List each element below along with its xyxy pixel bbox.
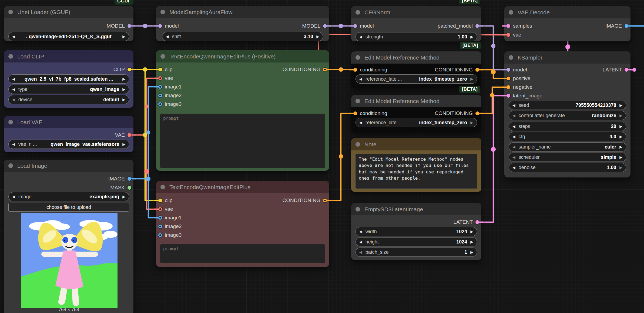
node-empty-sd3-latent-image[interactable]: EmptySD3LatentImage LATENT ◀width1024▶ ◀… — [351, 203, 481, 260]
input-port-image2[interactable] — [158, 94, 162, 97]
node-header[interactable]: Note — [351, 138, 481, 150]
widget-type[interactable]: ◀typeqwen_image▶ — [8, 85, 129, 94]
node-header[interactable]: Unet Loader (GGUF) — [4, 6, 133, 18]
node-header[interactable]: TextEncodeQwenImageEditPlus (Positive) — [156, 50, 329, 62]
stepper-left-icon[interactable]: ◀ — [166, 34, 169, 39]
collapse-dot-icon[interactable] — [160, 185, 165, 189]
output-port-mask[interactable] — [128, 186, 131, 190]
widget-unet-name[interactable]: ◀. qwen-image-edit-2511-Q4_K_S.gguf▶ — [8, 32, 129, 41]
node-header[interactable]: Edit Model Reference Method — [351, 51, 481, 64]
stepper-left-icon[interactable]: ◀ — [12, 97, 15, 102]
stepper-right-icon[interactable]: ▶ — [619, 134, 622, 139]
stepper-left-icon[interactable]: ◀ — [12, 87, 15, 91]
stepper-right-icon[interactable]: ▶ — [122, 142, 125, 146]
stepper-left-icon[interactable]: ◀ — [359, 250, 362, 254]
input-port-image3[interactable] — [158, 233, 162, 237]
choose-file-button[interactable]: choose file to upload — [8, 203, 129, 212]
stepper-right-icon[interactable]: ▶ — [619, 103, 622, 107]
output-port-model[interactable] — [323, 24, 327, 28]
stepper-left-icon[interactable]: ◀ — [12, 195, 15, 199]
node-header[interactable]: VAE Decode — [504, 6, 630, 18]
stepper-right-icon[interactable]: ▶ — [470, 240, 473, 244]
stepper-right-icon[interactable]: ▶ — [122, 195, 125, 199]
input-port-image2[interactable] — [158, 225, 162, 228]
stepper-right-icon[interactable]: ▶ — [470, 77, 473, 81]
stepper-right-icon[interactable]: ▶ — [470, 250, 473, 254]
prompt-textarea[interactable]: prompt — [160, 244, 325, 263]
node-edit-model-reference-1[interactable]: Edit Model Reference Method conditioning… — [351, 51, 481, 88]
output-port-conditioning[interactable] — [475, 111, 479, 115]
stepper-right-icon[interactable]: ▶ — [122, 34, 125, 39]
stepper-left-icon[interactable]: ◀ — [12, 142, 15, 146]
node-header[interactable]: EmptySD3LatentImage — [351, 203, 481, 215]
collapse-dot-icon[interactable] — [355, 207, 360, 212]
stepper-left-icon[interactable]: ◀ — [359, 77, 362, 81]
output-port-patched-model[interactable] — [475, 24, 479, 28]
stepper-left-icon[interactable]: ◀ — [512, 113, 515, 118]
output-port-image[interactable] — [128, 177, 131, 181]
stepper-left-icon[interactable]: ◀ — [512, 134, 515, 139]
output-port-conditioning[interactable] — [323, 199, 327, 202]
output-port-image[interactable] — [625, 24, 628, 28]
collapse-dot-icon[interactable] — [509, 10, 513, 15]
widget-strength[interactable]: ◀strength1.00▶ — [355, 32, 477, 41]
node-header[interactable]: Load VAE — [4, 116, 133, 128]
widget-steps[interactable]: ◀steps20▶ — [509, 122, 626, 131]
node-header[interactable]: Load CLIP — [4, 50, 133, 62]
widget-control-after-generate[interactable]: ◀control after generaterandomize▶ — [509, 111, 626, 120]
node-cfgnorm[interactable]: CFGNorm model patched_model ◀strength1.0… — [351, 6, 481, 41]
node-vae-decode[interactable]: VAE Decode samples vae IMAGE — [504, 6, 630, 41]
input-port-latent-image[interactable] — [507, 94, 510, 98]
node-header[interactable]: Load Image — [4, 160, 133, 172]
output-port-vae[interactable] — [128, 133, 131, 137]
stepper-right-icon[interactable]: ▶ — [619, 165, 622, 170]
output-port-conditioning[interactable] — [323, 68, 327, 71]
stepper-left-icon[interactable]: ◀ — [12, 34, 15, 39]
stepper-left-icon[interactable]: ◀ — [512, 155, 515, 159]
stepper-left-icon[interactable]: ◀ — [12, 77, 15, 81]
widget-device[interactable]: ◀devicedefault▶ — [8, 95, 129, 104]
stepper-left-icon[interactable]: ◀ — [359, 35, 362, 39]
input-port-image3[interactable] — [158, 102, 162, 106]
node-note[interactable]: Note The "Edit Model Reference Method" n… — [351, 138, 481, 192]
stepper-left-icon[interactable]: ◀ — [359, 240, 362, 244]
stepper-right-icon[interactable]: ▶ — [470, 229, 473, 234]
widget-vae-name[interactable]: ◀vae_n ...qwen_image_vae.safetensors▶ — [8, 140, 129, 149]
stepper-right-icon[interactable]: ▶ — [619, 155, 622, 159]
stepper-left-icon[interactable]: ◀ — [512, 165, 515, 170]
input-port-image1[interactable] — [158, 85, 162, 89]
node-text-encode-negative[interactable]: TextEncodeQwenImageEditPlus clip vae ima… — [156, 181, 329, 267]
input-port-vae[interactable] — [507, 33, 510, 37]
node-load-vae[interactable]: Load VAE VAE ◀vae_n ...qwen_image_vae.sa… — [4, 116, 133, 152]
input-port-vae[interactable] — [158, 76, 162, 80]
node-header[interactable]: ModelSamplingAuraFlow — [156, 6, 329, 18]
node-model-sampling-auraflow[interactable]: ModelSamplingAuraFlow model MODEL ◀shift… — [156, 6, 329, 41]
node-load-image[interactable]: Load Image IMAGE MASK ◀imageexample.png▶… — [4, 160, 133, 313]
node-text-encode-positive[interactable]: TextEncodeQwenImageEditPlus (Positive) c… — [156, 50, 329, 171]
output-port-conditioning[interactable] — [475, 68, 479, 72]
stepper-right-icon[interactable]: ▶ — [316, 34, 319, 39]
output-port-clip[interactable] — [128, 68, 131, 71]
output-port-latent[interactable] — [475, 220, 479, 224]
output-port-model[interactable] — [128, 24, 131, 28]
stepper-right-icon[interactable]: ▶ — [619, 145, 622, 149]
input-port-negative[interactable] — [507, 85, 510, 89]
stepper-left-icon[interactable]: ◀ — [359, 120, 362, 125]
node-edit-model-reference-2[interactable]: Edit Model Reference Method conditioning… — [351, 95, 481, 132]
node-header[interactable]: Edit Model Reference Method — [351, 95, 481, 107]
stepper-right-icon[interactable]: ▶ — [470, 120, 473, 125]
node-header[interactable]: CFGNorm — [351, 6, 481, 18]
stepper-right-icon[interactable]: ▶ — [619, 124, 622, 129]
output-port-latent[interactable] — [625, 68, 628, 72]
stepper-right-icon[interactable]: ▶ — [122, 97, 125, 102]
stepper-left-icon[interactable]: ◀ — [512, 103, 515, 107]
widget-scheduler[interactable]: ◀schedulersimple▶ — [509, 153, 626, 162]
widget-clip-name[interactable]: ◀qwen_2.5_vl_7b_fp8_scaled.safeten ...▶ — [8, 74, 129, 84]
widget-height[interactable]: ◀height1024▶ — [355, 237, 477, 246]
widget-reference-latents[interactable]: ◀reference_late ...index_timestep_zero▶ — [355, 118, 477, 127]
widget-sampler-name[interactable]: ◀sampler_nameeuler▶ — [509, 142, 626, 151]
node-header[interactable]: TextEncodeQwenImageEditPlus — [156, 181, 329, 193]
stepper-right-icon[interactable]: ▶ — [122, 87, 125, 91]
collapse-dot-icon[interactable] — [509, 55, 513, 60]
input-port-positive[interactable] — [507, 77, 510, 80]
